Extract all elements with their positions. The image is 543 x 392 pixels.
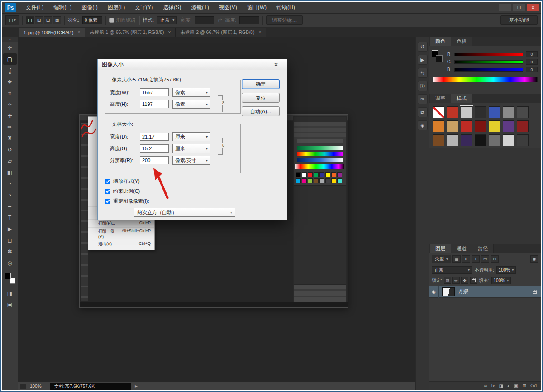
panel-tab[interactable]: 调整 bbox=[430, 94, 451, 103]
unit-select[interactable]: 像素/英寸 ▾ bbox=[172, 156, 210, 165]
menu-item[interactable]: 窗口(W) bbox=[242, 4, 272, 11]
delete-layer-icon[interactable]: ⌫ bbox=[530, 383, 537, 388]
rectangular-marquee-tool[interactable]: ▢ bbox=[3, 53, 17, 65]
document-tab[interactable]: 未标题-2 @ 66.7% (图层 1, RGB/8) × bbox=[176, 28, 266, 37]
panel-tab[interactable]: 色板 bbox=[451, 37, 472, 46]
eraser-tool[interactable]: ▱ bbox=[3, 155, 17, 167]
unit-select[interactable]: 厘米 ▾ bbox=[172, 132, 210, 141]
panel-tab[interactable]: 样式 bbox=[451, 94, 472, 103]
background-color-swatch[interactable] bbox=[436, 55, 443, 62]
filter-pixel-layers-icon[interactable]: ▦ bbox=[452, 255, 461, 263]
anti-alias-box[interactable] bbox=[109, 18, 114, 23]
unit-select[interactable]: 像素 ▾ bbox=[172, 88, 210, 97]
navigator-panel-icon[interactable]: ◈ bbox=[418, 120, 428, 130]
checkbox[interactable] bbox=[105, 199, 110, 204]
move-tool[interactable]: ✜ bbox=[3, 42, 17, 53]
style-swatch[interactable] bbox=[447, 106, 458, 118]
filter-adjustment-layers-icon[interactable]: ◐ bbox=[462, 255, 470, 263]
style-swatch[interactable] bbox=[433, 106, 444, 118]
style-swatch[interactable] bbox=[475, 120, 486, 132]
foreground-color-swatch[interactable] bbox=[5, 273, 11, 279]
scale-styles-checkbox[interactable]: 缩放样式(Y) bbox=[105, 178, 149, 185]
hand-tool[interactable]: ✽ bbox=[3, 246, 17, 257]
screen-mode-icon[interactable]: ▣ bbox=[3, 299, 17, 310]
new-layer-icon[interactable]: ⊞ bbox=[522, 383, 526, 388]
panel-tab[interactable]: 路径 bbox=[472, 244, 494, 253]
ok-button[interactable]: 确定 bbox=[242, 79, 280, 89]
style-swatch[interactable] bbox=[489, 106, 500, 118]
status-menu-box[interactable] bbox=[20, 384, 26, 389]
close-tab-icon[interactable]: × bbox=[77, 30, 80, 35]
pen-tool[interactable]: ✒ bbox=[3, 201, 17, 212]
style-swatch[interactable] bbox=[517, 120, 529, 132]
style-swatch[interactable] bbox=[489, 120, 500, 132]
style-swatch[interactable] bbox=[517, 134, 529, 146]
type-tool[interactable]: T bbox=[3, 212, 17, 223]
subtract-selection-icon[interactable]: ⊟ bbox=[44, 16, 52, 24]
shape-tool[interactable]: ◻ bbox=[3, 234, 17, 246]
brush-tool[interactable]: ✏ bbox=[3, 121, 17, 133]
unit-select[interactable]: 像素 ▾ bbox=[172, 100, 210, 109]
status-expand-icon[interactable]: ▶ bbox=[135, 384, 138, 388]
style-swatch[interactable] bbox=[475, 106, 486, 118]
history-brush-tool[interactable]: ↺ bbox=[3, 144, 17, 155]
link-layers-icon[interactable]: ∞ bbox=[484, 383, 487, 388]
spot-healing-brush-tool[interactable]: ✚ bbox=[3, 110, 17, 121]
unit-select[interactable]: 厘米 ▾ bbox=[172, 144, 210, 153]
width-input[interactable] bbox=[195, 16, 214, 24]
layer-style-icon[interactable]: fx bbox=[491, 383, 495, 388]
close-tab-icon[interactable]: × bbox=[168, 30, 171, 35]
clone-stamp-tool[interactable]: ♜ bbox=[3, 133, 17, 144]
foreground-background-swatches[interactable] bbox=[5, 273, 15, 284]
collapse-toolbar-button[interactable]: » bbox=[2, 37, 18, 42]
adjustment-layer-icon[interactable]: ◐ bbox=[507, 383, 510, 388]
filter-type-layers-icon[interactable]: T bbox=[472, 255, 480, 263]
channel-slider[interactable] bbox=[454, 53, 523, 56]
resample-image-checkbox[interactable]: 重定图像像素(I): bbox=[105, 198, 149, 205]
channel-slider[interactable] bbox=[454, 68, 523, 72]
style-swatch[interactable] bbox=[503, 106, 514, 118]
layer-row[interactable]: ◉ 背景 bbox=[429, 286, 541, 298]
layer-mask-icon[interactable]: ◨ bbox=[499, 383, 503, 388]
style-swatch[interactable] bbox=[447, 134, 458, 146]
fill-select[interactable]: 100% ▾ bbox=[491, 277, 511, 284]
menu-item[interactable]: 文件(F) bbox=[21, 4, 48, 11]
style-select[interactable]: 正常 ▾ bbox=[157, 16, 177, 24]
menu-item[interactable]: 图层(L) bbox=[103, 4, 130, 11]
height-input[interactable] bbox=[239, 16, 259, 24]
close-tab-icon[interactable]: × bbox=[258, 30, 261, 35]
zoom-tool[interactable]: ◎ bbox=[3, 257, 17, 268]
style-swatch[interactable] bbox=[461, 120, 472, 132]
style-swatch[interactable] bbox=[475, 134, 486, 146]
checkbox[interactable] bbox=[105, 189, 110, 194]
dodge-tool[interactable]: ◑ bbox=[3, 189, 17, 201]
channel-value[interactable]: 0 bbox=[526, 59, 538, 65]
minimize-button[interactable]: — bbox=[499, 4, 511, 11]
panel-tab[interactable]: 图层 bbox=[430, 244, 451, 253]
filter-smart-objects-icon[interactable]: ⊡ bbox=[491, 255, 499, 263]
dialog-close-button[interactable]: ✕ bbox=[269, 62, 283, 68]
style-swatch[interactable] bbox=[461, 134, 472, 146]
channel-value[interactable]: 0 bbox=[526, 51, 538, 57]
opacity-select[interactable]: 100% ▾ bbox=[496, 266, 516, 274]
checkbox[interactable] bbox=[105, 179, 110, 184]
actions-panel-icon[interactable]: ▶ bbox=[418, 55, 428, 65]
menu-item[interactable]: 视图(V) bbox=[214, 4, 242, 11]
gradient-tool[interactable]: ◧ bbox=[3, 167, 17, 178]
document-tab[interactable]: 未标题-1 @ 66.7% (图层 1, RGB/8) × bbox=[85, 28, 176, 37]
style-swatch[interactable] bbox=[503, 134, 514, 146]
quick-selection-tool[interactable]: ❖ bbox=[3, 76, 17, 87]
style-swatch[interactable] bbox=[489, 134, 500, 146]
constrain-proportions-checkbox[interactable]: 约束比例(C) bbox=[105, 188, 149, 195]
panel-color-swatches[interactable] bbox=[432, 49, 443, 65]
channel-slider[interactable] bbox=[454, 60, 523, 64]
style-swatch[interactable] bbox=[433, 120, 444, 132]
menu-item[interactable]: 编辑(E) bbox=[48, 4, 76, 11]
menu-item[interactable]: 图像(I) bbox=[76, 4, 102, 11]
style-swatch[interactable] bbox=[503, 120, 514, 132]
menu-item[interactable]: 文字(Y) bbox=[130, 4, 158, 11]
menu-item[interactable]: 滤镜(T) bbox=[186, 4, 214, 11]
dimension-input[interactable] bbox=[140, 100, 169, 108]
color-spectrum-ramp[interactable] bbox=[433, 77, 538, 82]
tool-preset-picker[interactable]: ▢ ▾ bbox=[5, 15, 19, 25]
